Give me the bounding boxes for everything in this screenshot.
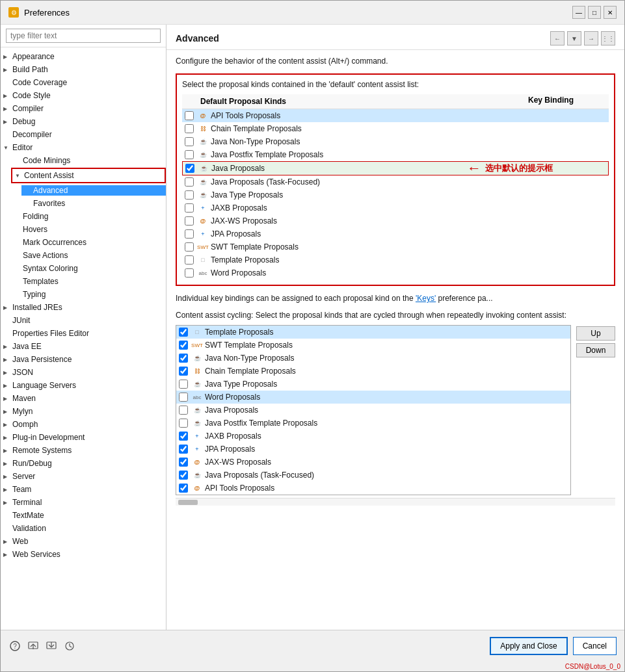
sidebar-item-folding[interactable]: Folding: [11, 210, 166, 223]
sidebar-item-hovers[interactable]: Hovers: [11, 223, 166, 236]
bottom-left-icons: ?: [8, 640, 76, 653]
sidebar-item-appearance[interactable]: ▶ Appearance: [1, 50, 166, 63]
icon-jpa: +: [198, 229, 208, 239]
checkbox-api-tools[interactable]: [185, 111, 194, 120]
icon-chain-template: ⛓: [198, 123, 208, 134]
sidebar-item-remote-systems[interactable]: ▶ Remote Systems: [1, 444, 166, 457]
cycling-checkbox-java[interactable]: [179, 406, 188, 415]
cycling-checkbox-jpa[interactable]: [179, 445, 188, 454]
help-icon[interactable]: ?: [8, 640, 21, 653]
sidebar-item-compiler[interactable]: ▶ Compiler: [1, 102, 166, 115]
cycling-checkbox-java-non-type[interactable]: [179, 354, 188, 363]
checkbox-swt[interactable]: [185, 242, 194, 252]
cycling-checkbox-swt[interactable]: [179, 341, 188, 350]
sidebar-item-installed-jres[interactable]: ▶ Installed JREs: [1, 301, 166, 314]
checkbox-java-type[interactable]: [185, 190, 194, 200]
sidebar-label-debug: Debug: [12, 117, 35, 126]
sidebar-item-junit[interactable]: JUnit: [1, 314, 166, 327]
sidebar-item-run-debug[interactable]: ▶ Run/Debug: [1, 457, 166, 470]
sidebar-item-java-persistence[interactable]: ▶ Java Persistence: [1, 353, 166, 366]
sidebar-label-decompiler: Decompiler: [12, 130, 52, 139]
sidebar-item-plugin-dev[interactable]: ▶ Plug-in Development: [1, 431, 166, 444]
close-button[interactable]: ✕: [604, 6, 617, 19]
checkbox-template[interactable]: [185, 255, 194, 265]
sidebar-item-debug[interactable]: ▶ Debug: [1, 115, 166, 128]
cycling-checkbox-java-task[interactable]: [179, 471, 188, 480]
nav-menu-button[interactable]: ⋮⋮: [601, 31, 615, 45]
checkbox-jaxb[interactable]: [185, 203, 194, 213]
label-java-non-type: Java Non-Type Proposals: [211, 137, 300, 146]
sidebar-item-team[interactable]: ▶ Team: [1, 483, 166, 496]
sidebar-item-web[interactable]: ▶ Web: [1, 535, 166, 548]
restore-icon[interactable]: [63, 640, 76, 653]
cycling-checkbox-jax-ws[interactable]: [179, 458, 188, 467]
checkbox-java-postfix[interactable]: [185, 150, 194, 159]
arrow-installed-jres: ▶: [3, 305, 12, 311]
apply-close-button[interactable]: Apply and Close: [490, 637, 567, 655]
cycling-checkbox-api[interactable]: [179, 484, 188, 493]
sidebar-label-team: Team: [12, 485, 31, 494]
sidebar-item-server[interactable]: ▶ Server: [1, 470, 166, 483]
sidebar-item-json[interactable]: ▶ JSON: [1, 366, 166, 379]
proposal-row-jaxb: + JAXB Proposals: [182, 201, 609, 214]
cancel-button[interactable]: Cancel: [573, 637, 617, 655]
checkbox-chain-template[interactable]: [185, 124, 194, 133]
sidebar-item-terminal[interactable]: ▶ Terminal: [1, 496, 166, 509]
sidebar-item-java-ee[interactable]: ▶ Java EE: [1, 340, 166, 353]
sidebar-item-maven[interactable]: ▶ Maven: [1, 392, 166, 405]
sidebar-item-language-servers[interactable]: ▶ Language Servers: [1, 379, 166, 392]
icon-word: abc: [198, 268, 208, 278]
sidebar-item-textmate[interactable]: TextMate: [1, 509, 166, 522]
sidebar-item-code-style[interactable]: ▶ Code Style: [1, 89, 166, 102]
sidebar-label-java-persistence: Java Persistence: [12, 355, 72, 364]
sidebar-label-web-services: Web Services: [12, 550, 60, 559]
cycling-checkbox-java-type[interactable]: [179, 380, 188, 389]
checkbox-jpa[interactable]: [185, 229, 194, 239]
sidebar-item-advanced[interactable]: Advanced: [21, 184, 166, 197]
sidebar-item-code-minings[interactable]: Code Minings: [11, 154, 166, 167]
sidebar-item-build-path[interactable]: ▶ Build Path: [1, 63, 166, 76]
icon-jax-ws: @: [198, 216, 208, 226]
sidebar-item-save-actions[interactable]: Save Actions: [11, 249, 166, 262]
sidebar-item-decompiler[interactable]: Decompiler: [1, 128, 166, 141]
cycling-checkbox-chain[interactable]: [179, 367, 188, 376]
horizontal-scrollbar[interactable]: [176, 498, 615, 506]
sidebar-item-properties[interactable]: Properties Files Editor: [1, 327, 166, 340]
checkbox-java-non-type[interactable]: [185, 137, 194, 146]
sidebar-item-editor[interactable]: ▼ Editor: [1, 141, 166, 154]
cycling-checkbox-template[interactable]: [179, 328, 188, 337]
sidebar-item-favorites[interactable]: Favorites: [21, 197, 166, 210]
sidebar-item-mylyn[interactable]: ▶ Mylyn: [1, 405, 166, 418]
checkbox-jax-ws[interactable]: [185, 216, 194, 226]
nav-dropdown-button[interactable]: ▼: [567, 31, 581, 45]
sidebar-item-validation[interactable]: Validation: [1, 522, 166, 535]
sidebar-item-syntax-coloring[interactable]: Syntax Coloring: [11, 262, 166, 275]
sidebar-item-code-coverage[interactable]: Code Coverage: [1, 76, 166, 89]
sidebar-item-mark-occurrences[interactable]: Mark Occurrences: [11, 236, 166, 249]
import-icon[interactable]: [45, 640, 58, 653]
keys-link[interactable]: 'Keys': [416, 294, 436, 303]
cycling-checkbox-word[interactable]: [179, 393, 188, 402]
sidebar-item-oomph[interactable]: ▶ Oomph: [1, 418, 166, 431]
checkbox-java-proposals[interactable]: [185, 164, 194, 173]
export-icon[interactable]: [27, 640, 40, 653]
search-input[interactable]: [6, 29, 161, 43]
cycling-container: □ Template Proposals SWT SWT Template Pr…: [176, 325, 615, 495]
nav-back-button[interactable]: ←: [550, 31, 565, 45]
cycling-checkbox-jaxb[interactable]: [179, 432, 188, 441]
minimize-button[interactable]: —: [572, 6, 585, 19]
checkbox-java-task[interactable]: [185, 177, 194, 187]
checkbox-word[interactable]: [185, 268, 194, 278]
label-jax-ws: JAX-WS Proposals: [211, 216, 277, 226]
sidebar-item-templates[interactable]: Templates: [11, 275, 166, 288]
sidebar-label-java-ee: Java EE: [12, 342, 42, 351]
up-button[interactable]: Up: [576, 326, 615, 341]
cycling-checkbox-java-postfix[interactable]: [179, 419, 188, 428]
nav-forward-button[interactable]: →: [584, 31, 598, 45]
down-button[interactable]: Down: [576, 343, 615, 357]
sidebar-item-content-assist[interactable]: ▼ Content Assist: [11, 168, 166, 183]
sidebar-label-code-minings: Code Minings: [23, 156, 70, 165]
sidebar-item-typing[interactable]: Typing: [11, 288, 166, 301]
maximize-button[interactable]: □: [588, 6, 601, 19]
sidebar-item-web-services[interactable]: ▶ Web Services: [1, 548, 166, 561]
